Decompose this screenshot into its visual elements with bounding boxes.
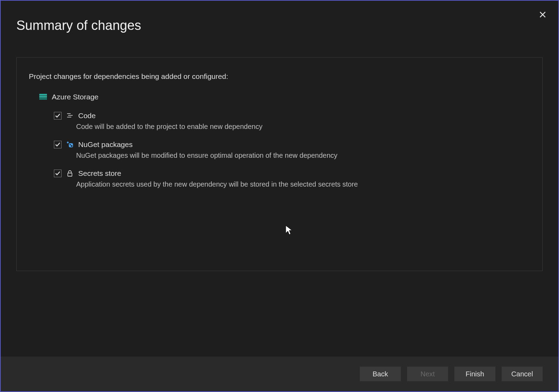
change-title-secrets: Secrets store [78, 169, 121, 178]
change-item-secrets: Secrets store Application secrets used b… [54, 169, 530, 188]
finish-button[interactable]: Finish [454, 367, 495, 381]
content-panel: Project changes for dependencies being a… [16, 57, 543, 271]
azure-storage-icon [39, 94, 47, 100]
code-icon [66, 112, 73, 119]
checkbox-code[interactable] [54, 112, 62, 120]
intro-text: Project changes for dependencies being a… [29, 72, 530, 81]
checkbox-secrets[interactable] [54, 170, 62, 177]
svg-rect-9 [69, 143, 73, 147]
checkbox-nuget[interactable] [54, 141, 62, 148]
change-item-code: Code Code will be added to the project t… [54, 112, 530, 131]
change-description-code: Code will be added to the project to ena… [76, 123, 530, 131]
change-item-nuget: NuGet packages NuGet packages will be mo… [54, 140, 530, 160]
svg-rect-3 [39, 96, 47, 98]
change-description-nuget: NuGet packages will be modified to ensur… [76, 152, 530, 160]
check-icon [55, 171, 60, 176]
svg-point-11 [71, 145, 73, 147]
service-name: Azure Storage [52, 93, 98, 101]
close-icon [539, 11, 546, 18]
svg-point-8 [67, 142, 69, 144]
change-description-secrets: Application secrets used by the new depe… [76, 180, 530, 188]
change-title-nuget: NuGet packages [78, 140, 132, 149]
cancel-button[interactable]: Cancel [502, 367, 543, 381]
back-button[interactable]: Back [360, 367, 401, 381]
svg-rect-12 [68, 173, 72, 176]
svg-rect-4 [39, 98, 47, 100]
check-icon [55, 113, 60, 119]
service-row: Azure Storage [39, 93, 530, 101]
next-button: Next [407, 367, 448, 381]
dialog-footer: Back Next Finish Cancel [1, 357, 558, 391]
nuget-icon [66, 141, 73, 148]
dialog-title: Summary of changes [16, 18, 543, 33]
svg-rect-2 [39, 94, 47, 96]
change-title-code: Code [78, 112, 96, 120]
check-icon [55, 142, 60, 147]
close-button[interactable] [536, 8, 550, 22]
svg-point-10 [70, 144, 71, 145]
lock-icon [66, 170, 73, 177]
